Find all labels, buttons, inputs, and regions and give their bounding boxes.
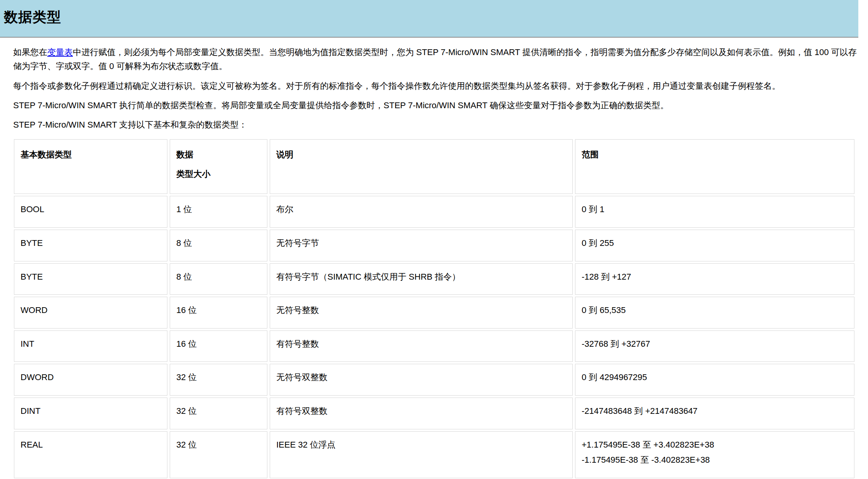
table-row: WORD 16 位 无符号整数 0 到 65,535 bbox=[14, 297, 854, 329]
cell-size: 32 位 bbox=[170, 431, 267, 478]
column-header-data-type-size: 数据 类型大小 bbox=[170, 139, 267, 194]
cell-range: 0 到 65,535 bbox=[575, 297, 854, 329]
table-row: BYTE 8 位 有符号字节（SIMATIC 模式仅用于 SHRB 指令） -1… bbox=[14, 263, 854, 295]
cell-range: 0 到 4294967295 bbox=[575, 364, 854, 396]
table-row: DWORD 32 位 无符号双整数 0 到 4294967295 bbox=[14, 364, 854, 396]
intro-paragraph-1-prefix: 如果您在 bbox=[13, 47, 47, 57]
cell-size: 32 位 bbox=[170, 398, 267, 429]
cell-description: IEEE 32 位浮点 bbox=[270, 431, 573, 478]
cell-size: 16 位 bbox=[170, 330, 267, 362]
help-page: 数据类型 如果您在变量表中进行赋值，则必须为每个局部变量定义数据类型。当您明确地… bbox=[0, 0, 868, 479]
data-types-table: 基本数据类型 数据 类型大小 说明 范围 BOOL 1 位 布尔 0 到 1 B… bbox=[12, 137, 857, 479]
cell-type: WORD bbox=[14, 297, 167, 329]
table-row: INT 16 位 有符号整数 -32768 到 +32767 bbox=[14, 330, 854, 362]
page-header: 数据类型 bbox=[0, 0, 858, 38]
page-content: 如果您在变量表中进行赋值，则必须为每个局部变量定义数据类型。当您明确地为值指定数… bbox=[0, 38, 858, 479]
variable-table-link[interactable]: 变量表 bbox=[47, 47, 73, 57]
cell-size: 32 位 bbox=[170, 364, 267, 396]
table-row: BYTE 8 位 无符号字节 0 到 255 bbox=[14, 230, 854, 261]
intro-paragraph-1: 如果您在变量表中进行赋值，则必须为每个局部变量定义数据类型。当您明确地为值指定数… bbox=[13, 45, 858, 74]
cell-type: BYTE bbox=[14, 263, 167, 295]
cell-description: 有符号字节（SIMATIC 模式仅用于 SHRB 指令） bbox=[270, 263, 573, 295]
cell-size: 8 位 bbox=[170, 230, 267, 261]
cell-range: 0 到 1 bbox=[575, 196, 854, 228]
cell-type: REAL bbox=[14, 431, 167, 478]
column-header-description: 说明 bbox=[270, 139, 573, 194]
cell-type: DWORD bbox=[14, 364, 167, 396]
intro-paragraph-2: 每个指令或参数化子例程通过精确定义进行标识。该定义可被称为签名。对于所有的标准指… bbox=[13, 79, 858, 93]
cell-description: 无符号双整数 bbox=[270, 364, 573, 396]
cell-range: -2147483648 到 +2147483647 bbox=[575, 398, 854, 429]
cell-type: BYTE bbox=[14, 230, 167, 261]
table-header-row: 基本数据类型 数据 类型大小 说明 范围 bbox=[14, 139, 854, 194]
page-title: 数据类型 bbox=[4, 8, 854, 27]
cell-range: -32768 到 +32767 bbox=[575, 330, 854, 362]
cell-description: 有符号双整数 bbox=[270, 398, 573, 429]
cell-description: 无符号字节 bbox=[270, 230, 573, 261]
table-row: DINT 32 位 有符号双整数 -2147483648 到 +21474836… bbox=[14, 398, 854, 429]
table-row: REAL 32 位 IEEE 32 位浮点 +1.175495E-38 至 +3… bbox=[14, 431, 854, 478]
cell-description: 无符号整数 bbox=[270, 297, 573, 329]
intro-paragraph-4: STEP 7-Micro/WIN SMART 支持以下基本和复杂的数据类型： bbox=[13, 118, 858, 132]
cell-description: 有符号整数 bbox=[270, 330, 573, 362]
table-row: BOOL 1 位 布尔 0 到 1 bbox=[14, 196, 854, 228]
cell-type: INT bbox=[14, 330, 167, 362]
cell-size: 1 位 bbox=[170, 196, 267, 228]
cell-type: DINT bbox=[14, 398, 167, 429]
cell-size: 8 位 bbox=[170, 263, 267, 295]
cell-description: 布尔 bbox=[270, 196, 573, 228]
column-header-basic-data-type: 基本数据类型 bbox=[14, 139, 167, 194]
cell-range: 0 到 255 bbox=[575, 230, 854, 261]
intro-paragraph-3: STEP 7-Micro/WIN SMART 执行简单的数据类型检查。将局部变量… bbox=[13, 99, 858, 112]
cell-range: -128 到 +127 bbox=[575, 263, 854, 295]
cell-type: BOOL bbox=[14, 196, 167, 228]
intro-paragraph-1-suffix: 中进行赋值，则必须为每个局部变量定义数据类型。当您明确地为值指定数据类型时，您为… bbox=[13, 47, 857, 71]
cell-size: 16 位 bbox=[170, 297, 267, 329]
cell-range: +1.175495E-38 至 +3.402823E+38 -1.175495E… bbox=[575, 431, 854, 478]
column-header-range: 范围 bbox=[575, 139, 854, 194]
